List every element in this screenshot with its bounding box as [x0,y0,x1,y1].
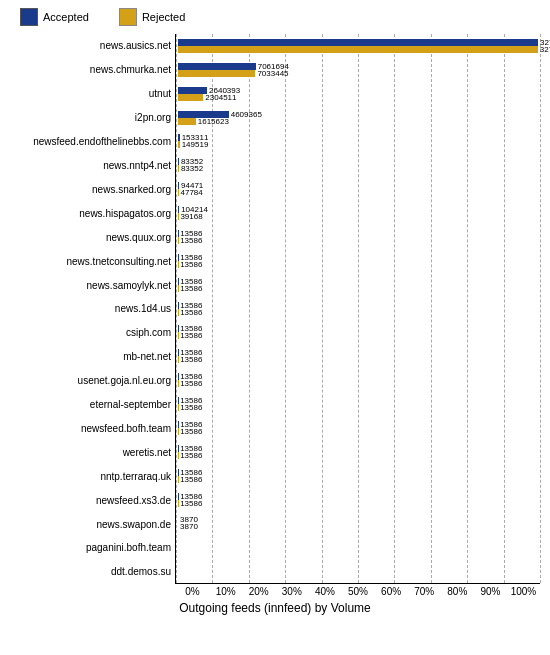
bar-pair-5: 8335283352 [178,158,538,172]
bar-accepted-wrapper-15: 13586 [178,397,538,404]
x-label-10: 100% [507,586,540,597]
bar-rejected-4: 149519 [178,141,180,148]
x-label-0: 0% [176,586,209,597]
bar-rejected-label-20: 3870 [180,522,198,531]
chart-title: Outgoing feeds (innfeed) by Volume [10,601,540,615]
bar-accepted-wrapper-5: 83352 [178,158,538,165]
bar-rejected-label-2: 2304511 [205,93,236,102]
bar-pair-6: 9447147784 [178,182,538,196]
bar-pair-1: 70616947033445 [178,63,538,77]
bar-rejected-wrapper-2: 2304511 [178,94,538,101]
bar-rejected-wrapper-5: 83352 [178,165,538,172]
bar-accepted-wrapper-12: 13586 [178,325,538,332]
legend-accepted-label: Accepted [43,11,89,23]
bar-accepted-wrapper-20: 3870 [178,516,538,523]
y-label-0: news.ausics.net [10,34,175,58]
x-axis-labels: 0%10%20%30%40%50%60%70%80%90%100% [175,586,540,597]
y-label-15: eternal-september [10,393,175,417]
bar-accepted-wrapper-7: 104214 [178,206,538,213]
bar-rejected-label-11: 13586 [180,308,202,317]
bar-pair-4: 153311149519 [178,134,538,148]
bar-pair-13: 1358613586 [178,349,538,363]
bar-rejected-wrapper-12: 13586 [178,332,538,339]
bar-accepted-wrapper-9: 13586 [178,254,538,261]
bar-rejected-wrapper-18: 13586 [178,476,538,483]
bar-accepted-5: 83352 [178,158,179,165]
bar-pair-18: 1358613586 [178,469,538,483]
bar-rejected-wrapper-22 [178,571,538,578]
bar-rejected-wrapper-21 [178,547,538,554]
bar-rejected-wrapper-1: 7033445 [178,70,538,77]
bar-rejected-2: 2304511 [178,94,203,101]
bar-row-11: 1358613586 [176,297,540,321]
bar-accepted-wrapper-13: 13586 [178,349,538,356]
bar-row-16: 1358613586 [176,416,540,440]
bar-rejected-label-17: 13586 [180,451,202,460]
y-label-10: news.samoylyk.net [10,273,175,297]
bar-rejected-wrapper-8: 13586 [178,237,538,244]
bar-pair-11: 1358613586 [178,302,538,316]
bar-accepted-4: 153311 [178,134,180,141]
x-label-4: 40% [308,586,341,597]
bar-rejected-wrapper-15: 13586 [178,404,538,411]
bar-accepted-6: 94471 [178,182,179,189]
x-label-6: 60% [375,586,408,597]
bar-accepted-2: 2640393 [178,87,207,94]
bar-rejected-wrapper-10: 13586 [178,285,538,292]
bar-rejected-wrapper-19: 13586 [178,500,538,507]
legend-accepted: Accepted [20,8,89,26]
bar-pair-9: 1358613586 [178,254,538,268]
bar-pair-17: 1358613586 [178,445,538,459]
y-label-14: usenet.goja.nl.eu.org [10,369,175,393]
bar-row-2: 26403932304511 [176,82,540,106]
y-label-18: nntp.terraraq.uk [10,464,175,488]
bar-row-6: 9447147784 [176,177,540,201]
bar-accepted-wrapper-16: 13586 [178,421,538,428]
bar-row-4: 153311149519 [176,130,540,154]
bar-accepted-wrapper-21 [178,540,538,547]
bar-rejected-wrapper-11: 13586 [178,309,538,316]
bar-accepted-0: 32714799 [178,39,538,46]
bar-row-22 [176,559,540,583]
bar-row-5: 8335283352 [176,153,540,177]
bar-row-3: 46093651615623 [176,106,540,130]
y-label-8: news.quux.org [10,225,175,249]
bar-rejected-label-8: 13586 [180,236,202,245]
bar-accepted-wrapper-17: 13586 [178,445,538,452]
bar-pair-16: 1358613586 [178,421,538,435]
bar-pair-10: 1358613586 [178,278,538,292]
bar-accepted-1: 7061694 [178,63,256,70]
bar-pair-15: 1358613586 [178,397,538,411]
bar-accepted-wrapper-18: 13586 [178,469,538,476]
bar-rejected-label-7: 39168 [180,212,202,221]
y-label-11: news.1d4.us [10,297,175,321]
bar-rejected-label-6: 47784 [181,188,203,197]
bar-pair-0: 3271479932700713 [178,39,538,53]
bar-rejected-wrapper-7: 39168 [178,213,538,220]
bar-accepted-wrapper-19: 13586 [178,493,538,500]
bar-rejected-wrapper-14: 13586 [178,380,538,387]
bar-rejected-label-10: 13586 [180,284,202,293]
bar-rejected-wrapper-3: 1615623 [178,118,538,125]
bar-row-13: 1358613586 [176,344,540,368]
x-label-2: 20% [242,586,275,597]
bar-rejected-label-3: 1615623 [198,117,229,126]
bar-pair-2: 26403932304511 [178,87,538,101]
bar-pair-19: 1358613586 [178,493,538,507]
bar-rejected-5: 83352 [178,165,179,172]
chart-container: Accepted Rejected news.ausics.netnews.ch… [0,0,550,655]
bar-accepted-wrapper-11: 13586 [178,302,538,309]
bar-rejected-label-12: 13586 [180,331,202,340]
bar-accepted-wrapper-10: 13586 [178,278,538,285]
bar-rejected-label-15: 13586 [180,403,202,412]
bar-rejected-label-1: 7033445 [257,69,288,78]
bar-pair-22 [178,564,538,578]
bar-rejected-label-18: 13586 [180,475,202,484]
y-label-9: news.tnetconsulting.net [10,249,175,273]
bar-pair-21 [178,540,538,554]
bar-pair-20: 38703870 [178,516,538,530]
bar-row-8: 1358613586 [176,225,540,249]
y-label-2: utnut [10,82,175,106]
y-label-4: newsfeed.endofthelinebbs.com [10,130,175,154]
bar-rejected-wrapper-20: 3870 [178,523,538,530]
